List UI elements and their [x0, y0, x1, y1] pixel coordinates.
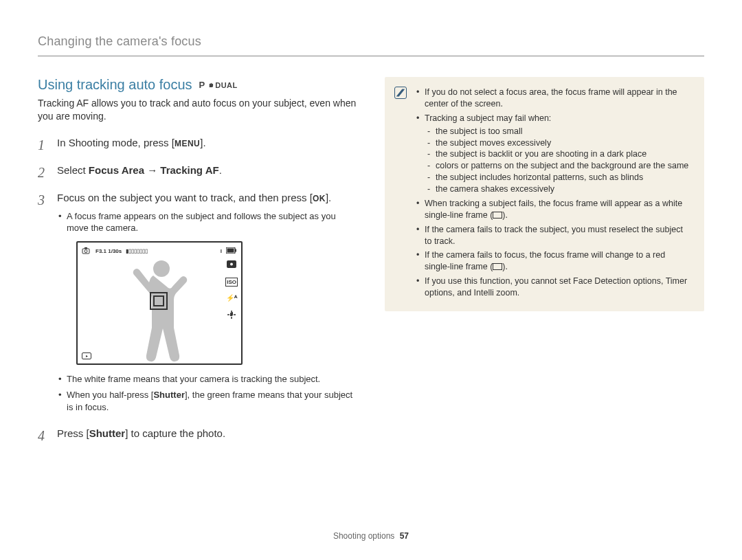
left-column: Using tracking auto focus P DUAL Trackin…: [38, 77, 357, 453]
footer-section: Shooting options: [333, 531, 394, 541]
battery-icon: [226, 247, 237, 256]
section-title-text: Using tracking auto focus: [38, 77, 192, 93]
note-subitem: the subject includes horizontal patterns…: [427, 172, 692, 183]
note-item: If you do not select a focus area, the f…: [416, 87, 692, 110]
mode-p-icon: P: [199, 80, 205, 90]
step-number: 3: [38, 190, 49, 418]
note-subitem: the subject is too small: [427, 126, 692, 137]
step-3: 3 Focus on the subject you want to track…: [38, 190, 357, 418]
focus-frame: [150, 292, 168, 310]
step3-note-1: A focus frame appears on the subject and…: [58, 210, 357, 234]
lcd-histogram: ▮▯▯▯▯▯▯▯: [126, 247, 148, 255]
step-4: 4 Press [Shutter] to capture the photo.: [38, 426, 357, 445]
note-item: If the camera fails to track the subject…: [416, 224, 692, 247]
note-subitem: the subject is backlit or you are shooti…: [427, 148, 692, 160]
lcd-shot-count: I: [221, 247, 222, 255]
note-item: If the camera fails to focus, the focus …: [416, 249, 692, 273]
lcd-icon-flash: ⚡ᴬ: [226, 293, 237, 303]
mode-dual-icon: DUAL: [207, 81, 238, 89]
step-number: 2: [38, 163, 49, 182]
note-item: If you use this function, you cannot set…: [416, 276, 692, 299]
page-footer: Shooting options 57: [0, 531, 742, 541]
svg-point-7: [230, 262, 233, 265]
note-subitem: the camera shakes excessively: [427, 183, 692, 195]
section-intro: Tracking AF allows you to track and auto…: [38, 97, 357, 123]
lcd-exposure: F3.1 1/30s: [95, 247, 122, 255]
step-1: 1 In Shooting mode, press [MENU].: [38, 135, 357, 155]
note-item: Tracking a subject may fail when: the su…: [416, 113, 692, 195]
step3-note-2: The white frame means that your camera i…: [58, 373, 357, 385]
step-number: 1: [38, 135, 49, 155]
footer-page-number: 57: [400, 531, 409, 541]
page-header: Changing the camera's focus: [38, 34, 704, 56]
step-2: 2 Select Focus Area → Tracking AF.: [38, 163, 357, 182]
note-subitem: the subject moves excessively: [427, 137, 692, 149]
lcd-icon-record: [227, 260, 236, 271]
svg-point-8: [153, 260, 170, 277]
note-box: If you do not select a focus area, the f…: [385, 77, 704, 311]
lcd-icon-stabilizer: [227, 310, 236, 322]
right-column: If you do not select a focus area, the f…: [385, 77, 704, 453]
white-frame-icon: [493, 212, 502, 219]
section-title: Using tracking auto focus P DUAL: [38, 77, 357, 93]
menu-button-label: MENU: [175, 139, 200, 148]
ok-button-label: OK: [313, 194, 326, 203]
lcd-play-icon: [82, 352, 91, 359]
mode-icons: P DUAL: [199, 80, 238, 90]
lcd-icon-iso: ISO: [225, 278, 238, 287]
svg-rect-4: [235, 249, 236, 251]
lcd-preview: F3.1 1/30s ▮▯▯▯▯▯▯▯ I ISO ⚡ᴬ: [76, 241, 243, 365]
step-number: 4: [38, 426, 49, 445]
note-icon: [394, 87, 407, 99]
hand-icon: [207, 81, 214, 89]
note-subitem: colors or patterns on the subject and th…: [427, 160, 692, 172]
red-frame-icon: [493, 263, 502, 270]
svg-rect-5: [227, 248, 234, 252]
step3-note-3: When you half-press [Shutter], the green…: [58, 389, 357, 413]
note-item: When tracking a subject fails, the focus…: [416, 198, 692, 221]
